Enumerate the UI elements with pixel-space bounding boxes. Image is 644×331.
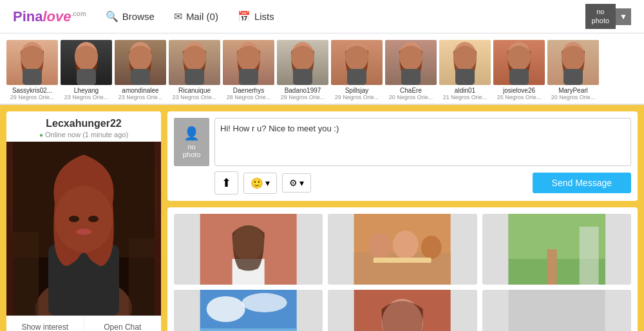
strip-location-3: 23 Negros Orie... (173, 94, 217, 100)
strip-profile-1[interactable]: Lheyang23 Negros Orie... (61, 40, 112, 100)
photo-overlay (6, 142, 161, 316)
sender-photo: 👤 no photo (174, 118, 209, 166)
strip-photo-9 (493, 40, 545, 85)
svg-point-31 (562, 43, 585, 71)
svg-point-52 (421, 236, 442, 259)
svg-point-50 (368, 233, 392, 259)
svg-point-1 (21, 43, 44, 71)
strip-photo-10 (547, 40, 599, 85)
person-icon: 👤 (184, 126, 200, 141)
svg-point-22 (399, 43, 422, 71)
svg-point-25 (453, 43, 477, 71)
svg-rect-11 (185, 69, 204, 85)
svg-rect-17 (293, 69, 312, 85)
svg-rect-20 (347, 69, 366, 85)
svg-rect-23 (401, 69, 421, 85)
strip-name-5: Badano1997 (285, 87, 321, 94)
svg-point-51 (393, 231, 419, 259)
strip-name-10: MaryPearl (558, 87, 588, 94)
header-right: no photo ▼ (585, 4, 631, 28)
strip-name-7: ChaEre (400, 87, 422, 94)
emoji-icon: 🙂 (251, 177, 263, 189)
strip-profile-3[interactable]: Ricanuique23 Negros Orie... (169, 40, 220, 100)
lists-icon: 📅 (238, 10, 251, 23)
gallery-photo-4[interactable] (174, 290, 323, 331)
gallery-photo-5[interactable] (328, 290, 477, 331)
strip-photo-4 (223, 40, 274, 85)
strip-location-6: 29 Negros Orie... (335, 94, 379, 100)
header: Pinalove.com 🔍 Browse ✉ Mail (0) 📅 Lists… (0, 0, 644, 33)
svg-point-13 (237, 43, 260, 71)
strip-name-0: Sassykris02... (12, 87, 52, 94)
svg-rect-26 (455, 69, 475, 85)
strip-profile-0[interactable]: Sassykris02...29 Negros Orie... (6, 40, 58, 100)
strip-photo-2 (115, 40, 166, 85)
nav-mail[interactable]: ✉ Mail (0) (174, 10, 218, 23)
svg-rect-58 (547, 249, 556, 285)
gallery-photo-1[interactable] (174, 214, 323, 285)
gear-icon: ⚙ (289, 178, 298, 188)
svg-point-61 (207, 296, 245, 322)
strip-photo-0 (6, 40, 58, 85)
strip-name-9: josielove26 (503, 87, 535, 94)
strip-location-5: 29 Negros Orie... (281, 94, 325, 100)
nav-items: 🔍 Browse ✉ Mail (0) 📅 Lists (106, 10, 585, 23)
svg-rect-67 (508, 290, 605, 331)
send-message-button[interactable]: Send Message (533, 173, 631, 193)
strip-photo-1 (61, 40, 112, 85)
upload-button[interactable]: ⬆ (214, 171, 238, 194)
svg-rect-8 (131, 69, 150, 85)
gallery-photo-3[interactable] (482, 214, 631, 285)
settings-button[interactable]: ⚙ ▾ (282, 173, 311, 193)
strip-photo-6 (331, 40, 383, 85)
strip-name-1: Lheyang (74, 87, 99, 94)
strip-profile-2[interactable]: amondinalee23 Negros Orie... (115, 40, 166, 100)
svg-rect-29 (509, 69, 529, 85)
gallery-photo-2[interactable] (328, 214, 477, 285)
strip-location-8: 21 Negros Orie... (443, 94, 488, 100)
message-input[interactable]: Hi! How r u? Nice to meet you :) (214, 118, 631, 166)
svg-point-28 (507, 43, 531, 71)
svg-point-7 (129, 43, 152, 71)
strip-name-3: Ricanuique (178, 87, 211, 94)
svg-point-19 (345, 43, 368, 71)
strip-profile-4[interactable]: Daenerhys28 Negros Orie... (223, 40, 274, 100)
profile-main-photo (6, 142, 161, 316)
svg-rect-57 (579, 227, 598, 285)
emoji-button[interactable]: 🙂 ▾ (243, 173, 277, 194)
profile-strip: Sassykris02...29 Negros Orie... Lheyang2… (0, 33, 644, 105)
strip-profile-9[interactable]: josielove2625 Negros Orie... (493, 40, 545, 100)
strip-location-4: 28 Negros Orie... (227, 94, 271, 100)
strip-name-2: amondinalee (122, 87, 158, 94)
profile-actions: Show interest Open Chat (6, 316, 161, 331)
svg-point-4 (75, 43, 98, 71)
mail-icon: ✉ (174, 10, 182, 23)
nav-lists[interactable]: 📅 Lists (238, 10, 274, 23)
strip-profile-7[interactable]: ChaEre20 Negros Orie... (385, 40, 437, 100)
user-photo-button[interactable]: no photo (585, 4, 616, 28)
strip-profile-6[interactable]: Spillsjay29 Negros Orie... (331, 40, 383, 100)
svg-rect-5 (77, 69, 96, 85)
strip-location-2: 23 Negros Orie... (118, 94, 163, 100)
svg-point-62 (242, 293, 287, 312)
search-icon: 🔍 (106, 10, 118, 23)
online-dot: ● (39, 131, 43, 138)
open-chat-button[interactable]: Open Chat (84, 316, 162, 331)
gallery-photo-6[interactable] (482, 290, 631, 331)
logo[interactable]: Pinalove.com (13, 10, 86, 24)
svg-rect-60 (200, 328, 297, 331)
user-dropdown-button[interactable]: ▼ (616, 8, 631, 25)
svg-point-42 (55, 185, 113, 252)
strip-name-4: Daenerhys (233, 87, 264, 94)
strip-photo-8 (439, 40, 491, 85)
strip-profile-10[interactable]: MaryPearl20 Negros Orie... (547, 40, 599, 100)
strip-profile-8[interactable]: aldin0121 Negros Orie... (439, 40, 491, 100)
strip-profile-5[interactable]: Badano199729 Negros Orie... (277, 40, 328, 100)
photo-gallery (167, 207, 638, 331)
nav-browse[interactable]: 🔍 Browse (106, 10, 155, 23)
svg-rect-32 (564, 69, 583, 85)
strip-location-10: 20 Negros Orie... (551, 94, 596, 100)
svg-rect-14 (239, 69, 258, 85)
show-interest-button[interactable]: Show interest (6, 316, 84, 331)
profile-username: Lecxahunger22 (6, 111, 161, 131)
